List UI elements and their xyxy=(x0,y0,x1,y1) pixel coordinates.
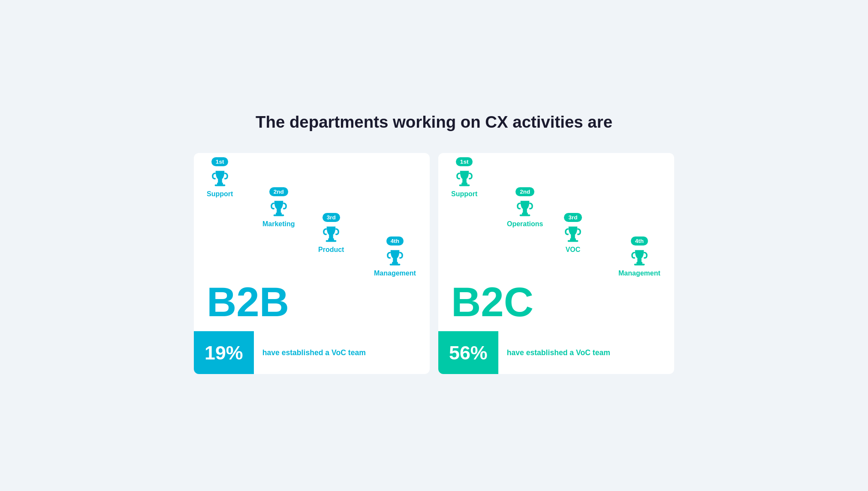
trophy-icon-b2c-2 xyxy=(515,198,535,219)
b2b-percent: 19% xyxy=(194,331,254,374)
b2c-percent: 56% xyxy=(438,331,498,374)
svg-rect-19 xyxy=(568,240,579,242)
trophy-icon-b2c-1 xyxy=(454,168,475,189)
b2b-trophies: 1st Support 2nd xyxy=(194,153,430,277)
b2b-trophy-2: 2nd Marketing xyxy=(262,187,295,228)
svg-rect-1 xyxy=(214,184,225,186)
b2c-trophy-3: 3rd VOC xyxy=(563,213,583,254)
b2c-panel: 1st Support 2nd xyxy=(438,153,674,374)
svg-rect-8 xyxy=(329,235,333,239)
svg-rect-23 xyxy=(637,258,642,263)
b2c-label-area: B2C xyxy=(438,277,674,331)
trophy-icon-b2b-3 xyxy=(321,224,341,244)
svg-rect-16 xyxy=(520,214,530,216)
trophy-icon-b2c-3 xyxy=(563,224,583,244)
trophy-icon-b2b-4 xyxy=(385,247,405,268)
svg-rect-5 xyxy=(277,209,281,213)
b2b-label: B2B xyxy=(207,281,289,323)
b2c-trophy-1: 1st Support xyxy=(451,157,477,198)
svg-rect-17 xyxy=(523,209,527,213)
svg-rect-22 xyxy=(634,263,645,265)
svg-rect-13 xyxy=(459,184,470,186)
svg-rect-4 xyxy=(273,214,284,216)
trophy-icon-b2c-4 xyxy=(629,247,650,268)
svg-rect-10 xyxy=(390,263,401,265)
b2b-trophy-1: 1st Support xyxy=(207,157,233,198)
b2b-stat-bar: 19% have established a VoC team xyxy=(194,331,430,374)
b2b-trophy-4: 4th Management xyxy=(374,237,416,277)
svg-rect-14 xyxy=(462,179,467,183)
b2c-trophy-2: 2nd Operations xyxy=(507,187,543,228)
main-container: The departments working on CX activities… xyxy=(177,96,691,395)
b2b-trophy-3: 3rd Product xyxy=(318,213,344,254)
trophy-icon-b2b-1 xyxy=(210,168,230,189)
b2c-stat-text: have established a VoC team xyxy=(498,331,619,374)
b2b-stat-text: have established a VoC team xyxy=(254,331,374,374)
page-title: The departments working on CX activities… xyxy=(194,113,674,132)
b2b-label-area: B2B xyxy=(194,277,430,331)
b2b-panel: 1st Support 2nd xyxy=(194,153,430,374)
trophy-icon-b2b-2 xyxy=(268,198,289,219)
b2c-stat-bar: 56% have established a VoC team xyxy=(438,331,674,374)
svg-rect-20 xyxy=(571,235,575,239)
b2c-label: B2C xyxy=(451,281,533,323)
b2c-trophies: 1st Support 2nd xyxy=(438,153,674,277)
svg-rect-7 xyxy=(326,240,337,242)
svg-rect-11 xyxy=(393,258,397,263)
b2c-trophy-4: 4th Management xyxy=(618,237,660,277)
panels-container: 1st Support 2nd xyxy=(194,153,674,374)
svg-rect-2 xyxy=(218,179,222,183)
